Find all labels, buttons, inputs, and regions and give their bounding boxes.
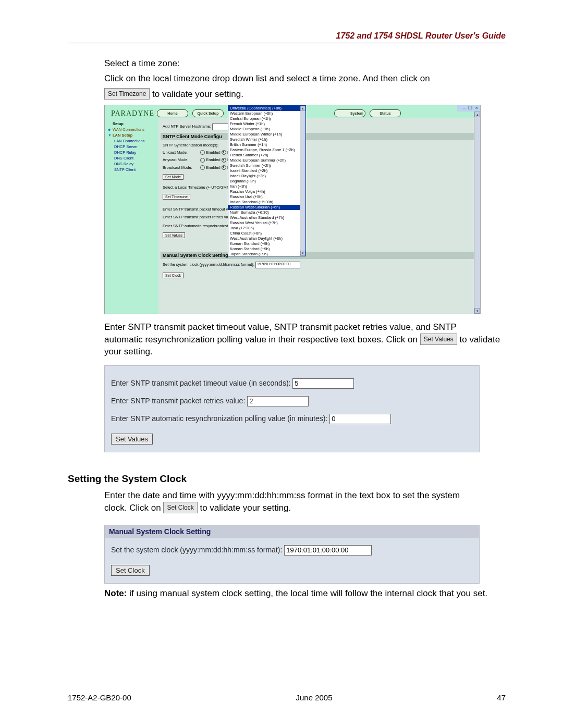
manual-clock-input[interactable] (284, 545, 372, 556)
unicast-disabled-radio[interactable] (222, 150, 226, 155)
note-text: if using manual system clock setting, th… (127, 588, 487, 598)
section-heading-clock: Setting the System Clock (68, 473, 506, 485)
tz-option[interactable]: French Summer (+2h) (228, 153, 305, 158)
note-para: Note: if using manual system clock setti… (104, 588, 506, 600)
select-tz-label: Select a Local Timezone (+-UTC/GMT time)… (163, 185, 476, 190)
tz-scrollbar[interactable]: ▴ ▾ (300, 106, 305, 256)
broadcast-enabled-radio[interactable] (200, 165, 205, 170)
tz-option[interactable]: Swedish Summer (+2h) (228, 163, 305, 168)
manual-clock-head-mini: Manual System Clock Setting (161, 252, 478, 259)
broadcast-label: Broadcast Mode: (163, 165, 199, 170)
manual-clock-label-mini: Set the system clock (yyyy:mm:dd:hh:mm:s… (163, 263, 254, 267)
mid-para: Enter SNTP transmit packet timeout value… (104, 322, 506, 358)
retries-label: Enter SNTP transmit packet retries value… (111, 396, 245, 404)
retries-label-mini: Enter SNTP transmit packet retries value… (163, 215, 235, 220)
tz-option[interactable]: West Australian Daylight (+8h) (228, 236, 305, 241)
tz-scroll-down-icon[interactable]: ▾ (300, 251, 305, 256)
router-scrollbar[interactable]: ▴ ▾ (474, 112, 480, 314)
footer-doc-id: 1752-A2-GB20-00 (68, 693, 131, 702)
restore-icon[interactable]: ❐ (468, 105, 472, 110)
tz-option[interactable]: Middle European (+1h) (228, 127, 305, 132)
nav-quick-setup[interactable]: Quick Setup (192, 109, 224, 117)
window-controls: – ❐ × (457, 105, 480, 112)
set-clock-button-mini[interactable]: Set Clock (163, 273, 183, 278)
page-header: 1752 and 1754 SHDSL Router User's Guide (68, 31, 506, 43)
manual-clock-input-mini[interactable]: 1970:01:01:00:00:00 (255, 262, 300, 268)
manual-clock-panel: Manual System Clock Setting Set the syst… (104, 525, 480, 584)
tz-option[interactable]: North Sumatra (+6:30) (228, 210, 305, 215)
intro-para-2-text: Click on the local timezone drop down li… (104, 73, 430, 83)
tz-option[interactable]: Israeli Daylight (+3h) (228, 174, 305, 179)
resync-input[interactable] (329, 414, 391, 424)
clock-para: Enter the date and time with yyyy:mm:dd:… (104, 490, 506, 514)
footer-date: June 2005 (296, 693, 332, 702)
tz-option[interactable]: Central European (+1h) (228, 116, 305, 121)
nav-home[interactable]: Home (157, 109, 188, 117)
unicast-label: Unicast Mode: (163, 150, 199, 155)
set-values-button-mini[interactable]: Set Values (163, 232, 185, 238)
set-timezone-button[interactable]: Set Timezone (163, 194, 190, 200)
tz-option[interactable]: Java (+7:30h) (228, 226, 305, 231)
sidebar-dhcp-relay[interactable]: DHCP Relay (108, 150, 157, 155)
sidebar-setup[interactable]: Setup (108, 121, 157, 127)
tz-option[interactable]: West Australian Standard (+7h) (228, 215, 305, 220)
router-body: Add NTP Server Hostname: SNTP Client Mod… (158, 118, 480, 314)
minimize-icon[interactable]: – (463, 105, 466, 110)
tz-option[interactable]: China Coast (+8h) (228, 231, 305, 236)
tz-option[interactable]: Baghdad (+3h) (228, 179, 305, 184)
tz-option[interactable]: Western European (+0h) (228, 111, 305, 116)
sidebar-wan[interactable]: ◆WAN Connections (108, 127, 157, 132)
nav-system[interactable]: System (334, 109, 365, 117)
anycast-label: Anycast Mode: (163, 157, 199, 162)
tz-option[interactable]: Eastern Europe, Russia Zone 1 (+2h) (228, 147, 305, 153)
close-icon[interactable]: × (475, 105, 478, 110)
tz-scroll-up-icon[interactable]: ▴ (300, 106, 305, 111)
page-footer: 1752-A2-GB20-00 June 2005 47 (68, 693, 506, 702)
set-values-button[interactable]: Set Values (111, 434, 153, 445)
scroll-down-icon[interactable]: ▾ (474, 308, 480, 314)
sidebar-sntp-client[interactable]: SNTP Client (108, 167, 157, 172)
set-clock-button[interactable]: Set Clock (111, 565, 150, 576)
add-ntp-label: Add NTP Server Hostname: (163, 124, 211, 129)
timeout-label: Enter SNTP transmit packet timeout value… (111, 378, 290, 387)
tz-option[interactable]: Iran (+3h) (228, 184, 305, 189)
anycast-disabled-radio[interactable] (222, 158, 226, 163)
sntp-config-head: SNTP Client Mode Configu (161, 133, 478, 140)
tz-option[interactable]: Korean Standard (+9h) (228, 246, 305, 252)
sidebar-lan[interactable]: ▼LAN Setup (108, 132, 157, 138)
tz-option[interactable]: Russian West Yenisei (+7h) (228, 220, 305, 226)
sidebar-lan-connections[interactable]: LAN Connections (108, 138, 157, 144)
broadcast-disabled-radio[interactable] (222, 165, 226, 170)
tz-option[interactable]: Israeli Standard (+2h) (228, 168, 305, 174)
timeout-input[interactable] (292, 378, 354, 389)
nav-status[interactable]: Status (370, 109, 401, 117)
tz-option[interactable]: Middle European Winter (+1h) (228, 132, 305, 137)
tz-option[interactable]: Korean Standard (+9h) (228, 241, 305, 246)
tz-option[interactable]: Russian Volga (+4h) (228, 189, 305, 194)
manual-clock-label: Set the system clock (yyyy:mm:dd:hh:mm:s… (111, 545, 282, 553)
intro-para-3-tail: to validate your setting. (152, 89, 243, 99)
tz-option[interactable]: Swedish Winter (+1h) (228, 137, 305, 142)
intro-para-1: Select a time zone: (104, 58, 506, 70)
sidebar-dns-relay[interactable]: DNS Relay (108, 161, 157, 167)
set-values-button-inline: Set Values (420, 334, 457, 345)
tz-option[interactable]: Russian Ural (+5h) (228, 194, 305, 200)
tz-option[interactable]: Universal (Coordinated) (+0h) (228, 106, 305, 111)
tz-option[interactable]: Indian Standard (+5:30h) (228, 200, 305, 205)
unicast-enabled-radio[interactable] (200, 150, 205, 155)
sidebar-dhcp-server[interactable]: DHCP Server (108, 144, 157, 150)
retries-input[interactable] (247, 396, 309, 406)
scroll-up-icon[interactable]: ▴ (474, 112, 480, 117)
tz-option[interactable]: Middle European Summer (+2h) (228, 158, 305, 163)
tz-option[interactable]: British Summer (+1h) (228, 142, 305, 147)
sidebar-dns-client[interactable]: DNS Client (108, 155, 157, 161)
tz-option[interactable]: French Winter (+1h) (228, 121, 305, 127)
anycast-enabled-radio[interactable] (200, 158, 205, 163)
tz-option[interactable]: Japan Standard (+9h) (228, 252, 305, 256)
brand-logo: PARADYNE (111, 109, 154, 118)
timezone-dropdown[interactable]: ▴ ▾ Universal (Coordinated) (+0h)Western… (228, 105, 306, 256)
set-mode-button[interactable]: Set Mode (163, 174, 183, 180)
tz-option[interactable]: Russian West-Siberian (+6h) (228, 205, 305, 210)
set-timezone-button-inline: Set Timezone (104, 88, 150, 100)
note-bold: Note: (104, 588, 127, 598)
